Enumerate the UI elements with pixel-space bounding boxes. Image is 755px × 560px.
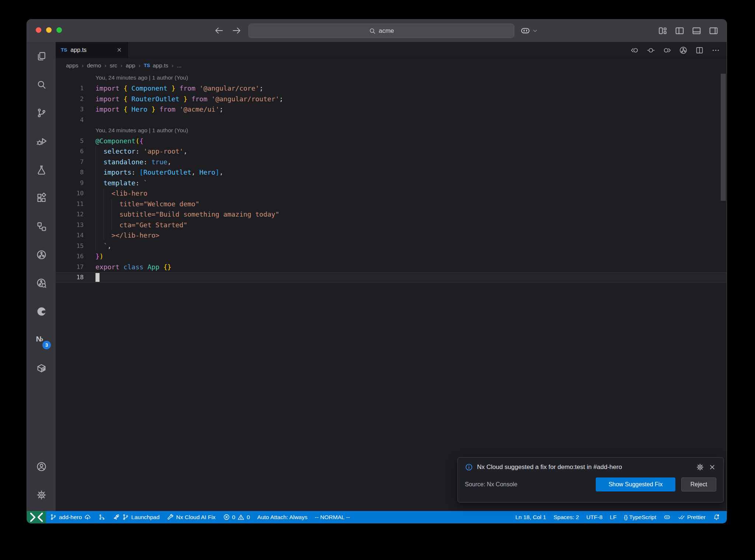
copilot-icon (664, 514, 671, 521)
code-line-8[interactable]: 8 imports: [RouterOutlet, Hero], (56, 167, 727, 178)
activity-extensions[interactable] (27, 184, 56, 212)
breadcrumb-item-app-ts[interactable]: TSapp.ts (144, 62, 168, 69)
code-line-7[interactable]: 7 standalone: true, (56, 157, 727, 167)
code-editor[interactable]: You, 24 minutes ago | 1 author (You)1imp… (56, 73, 727, 511)
activity-search[interactable] (27, 70, 56, 99)
activity-containers[interactable] (27, 354, 56, 382)
tab-app-ts[interactable]: TS app.ts (56, 42, 128, 58)
status-copilot[interactable] (660, 511, 674, 523)
debug-icon (36, 136, 47, 147)
nav-back-circle-icon[interactable] (630, 46, 639, 55)
status-eol[interactable]: LF (606, 511, 620, 523)
breadcrumb-separator: › (171, 62, 173, 69)
git-branch-icon (122, 514, 129, 521)
copilot-menu[interactable] (520, 25, 538, 36)
nav-current-circle-icon[interactable] (647, 46, 655, 55)
code-line-2[interactable]: 2import { RouterOutlet } from '@angular/… (56, 94, 727, 104)
toggle-secondary-sidebar-icon[interactable] (709, 26, 719, 36)
code-line-14[interactable]: 14 ></lib-hero> (56, 230, 727, 241)
status-git-graph[interactable] (95, 511, 109, 523)
indent-guide (111, 199, 112, 230)
status-language-mode[interactable]: {} TypeScript (620, 511, 660, 523)
status-auto-attach[interactable]: Auto Attach: Always (254, 511, 311, 523)
code-line-17[interactable]: 17export class App {} (56, 262, 727, 272)
code-line-4[interactable]: 4 (56, 115, 727, 125)
breadcrumb-item-apps[interactable]: apps (66, 62, 79, 69)
nav-forward-circle-icon[interactable] (663, 46, 671, 55)
activity-references-view[interactable] (27, 212, 56, 241)
activity-badge: 3 (42, 341, 51, 349)
activity-nx-cloud[interactable] (27, 241, 56, 269)
activity-run-and-debug[interactable] (27, 127, 56, 155)
breadcrumb-item-src[interactable]: src (109, 62, 117, 69)
code-line-12[interactable]: 12 subtitle="Build something amazing tod… (56, 209, 727, 220)
command-center-search[interactable]: acme (248, 24, 514, 38)
code-line-9[interactable]: 9 template: ` (56, 178, 727, 188)
activity-nx-console[interactable]: N›3 (27, 326, 56, 354)
code-line-1[interactable]: 1import { Component } from '@angular/cor… (56, 83, 727, 94)
code-line-18[interactable]: 18 (56, 272, 727, 283)
line-number: 12 (56, 211, 84, 218)
code-line-10[interactable]: 10 <lib-hero (56, 188, 727, 199)
toggle-primary-sidebar-icon[interactable] (675, 26, 685, 36)
code-line-5[interactable]: 5@Component({ (56, 136, 727, 146)
close-tab-icon[interactable] (116, 47, 122, 53)
status-label: LF (610, 514, 616, 521)
status-cursor-position[interactable]: Ln 18, Col 1 (512, 511, 550, 523)
status-launchpad[interactable]: Launchpad (109, 511, 163, 523)
notification-settings-icon[interactable] (696, 463, 704, 471)
info-icon (465, 463, 473, 471)
more-actions-icon[interactable] (711, 46, 720, 55)
status-indentation[interactable]: Spaces: 2 (550, 511, 582, 523)
status-label: Spaces: 2 (553, 514, 579, 521)
line-number: 15 (56, 242, 84, 249)
code-line-11[interactable]: 11 title="Welcmoe demo" (56, 199, 727, 209)
navigate-back-icon[interactable] (214, 26, 224, 35)
status-label: Auto Attach: Always (257, 514, 307, 521)
activity-edge-tools[interactable] (27, 297, 56, 326)
breadcrumb-item-app[interactable]: app (126, 62, 135, 69)
status-vim-mode[interactable]: -- NORMAL -- (311, 511, 354, 523)
status-git-branch[interactable]: add-hero (46, 511, 95, 523)
status-nx-cloud-ai-fix[interactable]: Nx Cloud AI Fix (163, 511, 219, 523)
navigate-forward-icon[interactable] (232, 26, 241, 35)
remote-icon (27, 508, 46, 524)
activity-explorer[interactable] (27, 42, 56, 70)
code-line-6[interactable]: 6 selector: 'app-root', (56, 146, 727, 157)
split-editor-icon[interactable] (695, 46, 704, 55)
activity-testing[interactable] (27, 155, 56, 184)
toggle-panel-icon[interactable] (692, 26, 702, 36)
breadcrumb-item-demo[interactable]: demo (87, 62, 101, 69)
activity-accounts[interactable] (27, 452, 56, 481)
breadcrumb-separator: › (121, 62, 122, 69)
status-remote-indicator[interactable] (27, 511, 46, 523)
status-notifications[interactable] (709, 511, 724, 523)
show-suggested-fix-button[interactable]: Show Suggested Fix (596, 477, 675, 491)
git-graph-icon (98, 514, 105, 521)
nx-run-target-icon[interactable] (679, 46, 688, 55)
tab-label: app.ts (70, 47, 87, 53)
zoom-window-button[interactable] (56, 27, 62, 33)
line-number: 13 (56, 221, 84, 228)
activity-nx-project-details[interactable] (27, 269, 56, 297)
close-window-button[interactable] (36, 27, 41, 33)
status-formatter[interactable]: Prettier (674, 511, 709, 523)
minimize-window-button[interactable] (46, 27, 52, 33)
code-line-3[interactable]: 3import { Hero } from '@acme/ui'; (56, 104, 727, 115)
activity-settings[interactable] (27, 481, 56, 509)
reject-button[interactable]: Reject (681, 477, 716, 491)
status-problems[interactable]: 00 (219, 511, 254, 523)
gear-icon (36, 490, 47, 500)
line-number: 17 (56, 263, 84, 270)
breadcrumb-item--[interactable]: ... (177, 62, 181, 69)
codelens-blame: You, 24 minutes ago | 1 author (You) (56, 125, 727, 136)
activity-source-control[interactable] (27, 99, 56, 127)
code-line-13[interactable]: 13 cta="Get Started" (56, 220, 727, 230)
code-line-15[interactable]: 15 `, (56, 241, 727, 251)
status-encoding[interactable]: UTF-8 (582, 511, 606, 523)
customize-layout-icon[interactable] (658, 26, 668, 36)
editor-scrollbar[interactable] (721, 74, 726, 201)
notification-close-icon[interactable] (708, 463, 716, 471)
code-line-16[interactable]: 16}) (56, 251, 727, 262)
typescript-file-icon: TS (61, 47, 67, 53)
